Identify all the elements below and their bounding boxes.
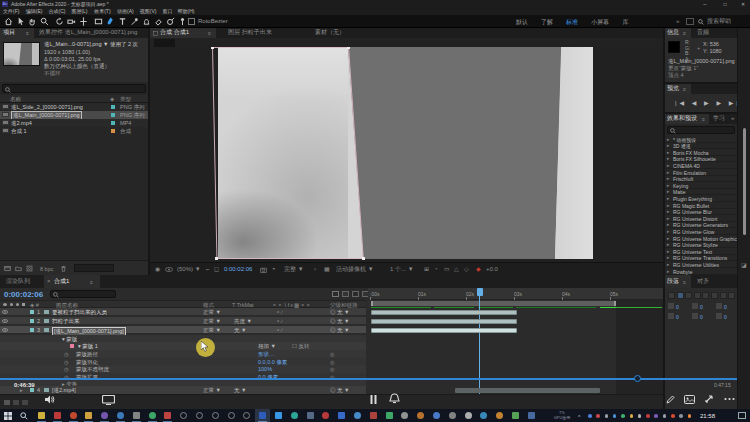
comp-breadcrumb[interactable]: 合成1	[154, 39, 175, 47]
disclosure-triangle-icon[interactable]: ▸	[667, 203, 669, 208]
composition-mini-flowchart-icon[interactable]	[332, 291, 339, 297]
flowchart-icon[interactable]: △	[454, 266, 459, 273]
paragraph-align-button[interactable]	[711, 292, 718, 299]
view-layout-select[interactable]: 1 个... ▼	[390, 266, 414, 273]
tray-icon[interactable]	[688, 414, 692, 418]
tab-composition[interactable]: 合成 合成1 ≡	[150, 28, 216, 38]
parent-link-select[interactable]: ◎ 无 ▼	[330, 327, 350, 334]
paragraph-field-value[interactable]: 0	[700, 314, 703, 320]
timeline-mini-icon[interactable]: ▭	[444, 266, 450, 273]
new-composition-icon[interactable]	[26, 265, 33, 272]
layer-row[interactable]: 3[道L_Main_[0000-0071].png]正常 ▼无 ▼⚬ ∕◎ 无 …	[0, 326, 366, 334]
hide-shy-icon[interactable]	[352, 291, 359, 297]
region-of-interest-icon[interactable]: ▫	[314, 266, 316, 273]
mask-property-row[interactable]: ◷蒙版路径形状…◎	[0, 350, 366, 358]
mode-select[interactable]: 正常 ▼	[203, 318, 221, 325]
pencil-icon[interactable]	[666, 395, 675, 404]
disclosure-triangle-icon[interactable]: ▸	[667, 170, 669, 175]
effects-item[interactable]: ▸Boris FX Silhouette	[665, 156, 737, 163]
always-preview-icon[interactable]: ◉	[155, 266, 160, 273]
home-tool[interactable]	[4, 17, 13, 26]
layer-duration-bar[interactable]	[371, 328, 517, 334]
tray-icon[interactable]	[630, 414, 634, 418]
selection-tool[interactable]	[16, 17, 25, 26]
paragraph-field-value[interactable]: 0	[676, 314, 679, 320]
expand-inout-icon[interactable]	[22, 400, 28, 405]
camera-select[interactable]: 活动摄像机 ▼	[336, 266, 374, 273]
dock-scrollbar[interactable]	[743, 128, 746, 235]
disclosure-triangle-icon[interactable]: ▸	[667, 150, 669, 155]
effects-item[interactable]: ▸Frischluft	[665, 176, 737, 183]
screenshot-icon[interactable]	[684, 395, 695, 404]
tray-icon[interactable]	[663, 414, 667, 418]
property-link-icon[interactable]: ◎	[330, 366, 334, 372]
column-name[interactable]: 名称	[10, 96, 21, 102]
mask-outline-left[interactable]	[212, 47, 217, 259]
effects-item[interactable]: ▸RG Universe Stylize	[665, 242, 737, 249]
disclosure-triangle-icon[interactable]: ▸	[667, 229, 669, 234]
disclosure-triangle-icon[interactable]: ▸	[667, 249, 669, 254]
disclosure-triangle-icon[interactable]: ▸	[667, 209, 669, 214]
taskbar-search-icon[interactable]	[20, 412, 28, 420]
bell-icon[interactable]	[388, 393, 401, 404]
layer-duration-bar[interactable]	[371, 319, 517, 325]
resolution-select[interactable]: 完整 ▼	[284, 266, 304, 273]
taskbar-app-icon[interactable]	[117, 412, 124, 419]
taskbar-app-icon[interactable]	[149, 412, 156, 419]
close-button[interactable]: ✕	[736, 0, 750, 8]
tray-icon[interactable]	[621, 414, 625, 418]
mask-row[interactable]: ▾ 蒙版 1相加 ▼☐ 反转	[0, 342, 366, 350]
effects-item[interactable]: ▸Rowbyte	[665, 268, 737, 275]
effects-item[interactable]: ▸Keying	[665, 182, 737, 189]
mode-select[interactable]: 正常 ▼	[203, 327, 221, 334]
tab-learn[interactable]: 学习	[713, 115, 725, 122]
more-options-icon[interactable]	[724, 397, 735, 401]
parent-link-select[interactable]: ◎ 无 ▼	[330, 387, 350, 394]
project-bpc[interactable]: 8 bpc	[40, 266, 53, 272]
disclosure-triangle-icon[interactable]: ▸	[667, 255, 669, 260]
taskbar-app-icon[interactable]	[259, 412, 266, 419]
taskbar-app-icon[interactable]	[465, 412, 472, 419]
disclosure-triangle-icon[interactable]: ▸	[667, 163, 669, 168]
layer-switches[interactable]: ⚬ ∕	[276, 318, 282, 324]
layer-row[interactable]: 1要被粒子扫出来的人员正常 ▼⚬ ∕◎ 无 ▼	[0, 308, 366, 316]
taskbar-app-icon[interactable]	[433, 412, 440, 419]
taskbar-app-icon[interactable]	[180, 412, 187, 419]
time-ruler[interactable]: :00s01s02s03s04s05s	[368, 288, 663, 300]
show-desktop-button[interactable]	[738, 412, 746, 419]
rotobezier-checkbox[interactable]	[188, 18, 195, 25]
label-color-swatch[interactable]	[30, 388, 34, 392]
mask-name[interactable]: ▾ 蒙版 1	[78, 343, 98, 350]
disclosure-triangle-icon[interactable]: ▸	[667, 189, 669, 194]
effects-item[interactable]: ▸RG Universe Distort	[665, 215, 737, 222]
taskbar-app-icon[interactable]	[196, 412, 203, 419]
stopwatch-icon[interactable]: ◷	[64, 359, 68, 365]
monitor-icon[interactable]	[102, 395, 115, 405]
menu-7[interactable]: 窗口	[163, 9, 173, 14]
label-color-swatch[interactable]	[30, 328, 34, 332]
column-type[interactable]: 类型	[120, 96, 131, 102]
layer-name[interactable]: [道2.mp4]	[52, 387, 76, 394]
tray-icon[interactable]	[638, 414, 642, 418]
taskbar-app-icon[interactable]	[38, 412, 45, 419]
effects-item[interactable]: ▸RG Universe Text	[665, 248, 737, 255]
pixel-aspect-icon[interactable]: ⊞	[424, 266, 429, 273]
taskbar-app-icon[interactable]	[512, 412, 519, 419]
mask-visibility-icon[interactable]: ◻	[214, 266, 219, 273]
taskbar-app-icon[interactable]	[322, 412, 329, 419]
pen-tool[interactable]	[106, 17, 115, 26]
layer-name[interactable]: 要被粒子扫出来的人员	[52, 309, 107, 316]
tab-timeline-comp[interactable]: × 合成1 ≡	[44, 275, 100, 288]
tray-icon[interactable]	[588, 414, 592, 418]
tab-preview[interactable]: 预览 ≡	[665, 84, 691, 94]
disclosure-triangle-icon[interactable]: ▸	[667, 269, 669, 274]
transport-controls[interactable]: |◀ ◀ ▶ ▶ ▶|	[675, 99, 733, 106]
effects-item[interactable]: ▸Plugin Everything	[665, 195, 737, 202]
effects-item[interactable]: ▸RG Universe Glow	[665, 228, 737, 235]
paragraph-align-button[interactable]	[702, 292, 709, 299]
layer-duration-bar[interactable]	[455, 388, 600, 394]
taskbar-app-icon[interactable]	[275, 412, 282, 419]
taskbar-app-icon[interactable]	[228, 412, 235, 419]
disclosure-triangle-icon[interactable]: ▸	[667, 143, 669, 148]
mask-invert-checkbox[interactable]: ☐ 反转	[292, 343, 309, 350]
